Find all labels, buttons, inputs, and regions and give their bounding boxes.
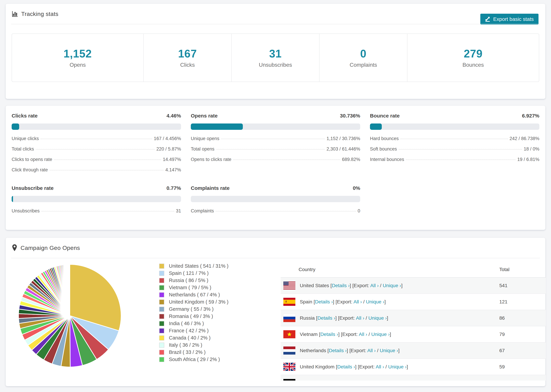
table-row-vn: Vietnam [Details ›] [Export: All › / Uni… (281, 326, 546, 343)
stat-line-label: Unique clicks (12, 136, 39, 141)
legend-swatch (159, 321, 164, 326)
export-all-link[interactable]: All › (361, 380, 369, 381)
rate-lines: Hard bounces242 / 86.738%Soft bounces18 … (370, 136, 539, 162)
slash-text: / (379, 283, 383, 288)
export-all-link[interactable]: All › (356, 315, 364, 321)
stat-line: Hard bounces242 / 86.738% (370, 136, 539, 141)
rate-head: Unsubscribe rate0.77% (12, 185, 181, 191)
bracket-close: ] (398, 348, 400, 353)
export-unique-link[interactable]: Unique › (383, 283, 401, 288)
stat-line: Total opens2,303 / 61.446% (191, 147, 360, 152)
flag-spain (281, 298, 300, 306)
country-cell: Spain [Details ›] [Export: All › / Uniqu… (300, 299, 499, 305)
stat-line-label: Hard bounces (370, 136, 399, 141)
stat-line-label: Click through rate (12, 167, 48, 173)
stat-label: Bounces (463, 62, 484, 68)
details-link[interactable]: Details › (315, 299, 333, 304)
legend-swatch (159, 350, 164, 355)
table-row-ru: Russia [Details ›] [Export: All › / Uniq… (281, 310, 546, 326)
stat-line-label: Soft bounces (370, 147, 397, 152)
country-name: Germany [ (300, 380, 323, 381)
table-body: United States [Details ›] [Export: All ›… (281, 278, 546, 381)
export-all-link[interactable]: All › (359, 331, 367, 337)
dotted-leader (216, 211, 356, 211)
stat-label: Unsubscribes (259, 62, 292, 68)
export-all-link[interactable]: All › (376, 364, 384, 369)
rate-block-complaints-rate: Complaints rate0%Complaints0 (191, 185, 360, 214)
legend-label: United Kingdom ( 59 / 3% ) (169, 299, 228, 305)
progress-bar (191, 124, 360, 130)
details-link[interactable]: Details › (332, 283, 350, 288)
dotted-leader (406, 160, 516, 160)
export-all-link[interactable]: All › (367, 348, 376, 353)
legend-item: Vietnam ( 79 / 5% ) (159, 285, 228, 290)
bracket-text: ] [Export: (338, 331, 359, 337)
bracket-close: ] (390, 331, 391, 337)
table-header-row: Country Total (281, 262, 546, 278)
country-cell: Germany [Details ›] [Export: All › / Uni… (300, 380, 499, 381)
table-row-de: Germany [Details ›] [Export: All › / Uni… (281, 375, 546, 381)
flag-united-kingdom (281, 363, 300, 371)
stat-line-value: 0 (358, 208, 360, 214)
stat-line: Unsubscribes31 (12, 208, 181, 214)
stat-label: Opens (70, 62, 86, 68)
progress-bar (12, 124, 181, 130)
stat-box-opens: 1,152Opens (12, 34, 143, 82)
export-unique-link[interactable]: Unique › (380, 348, 398, 353)
table-row-us: United States [Details ›] [Export: All ›… (281, 278, 546, 294)
export-all-link[interactable]: All › (370, 283, 379, 288)
rate-block-clicks-rate: Clicks rate4.46%Unique clicks167 / 4.456… (12, 113, 181, 173)
legend-swatch (159, 335, 164, 341)
export-all-link[interactable]: All › (353, 299, 362, 304)
stat-line-value: 689.82% (342, 157, 360, 162)
export-unique-link[interactable]: Unique › (366, 299, 384, 304)
legend-swatch (159, 328, 164, 333)
bracket-close: ] (384, 299, 386, 304)
export-unique-link[interactable]: Unique › (368, 315, 387, 321)
details-link[interactable]: Details › (323, 380, 340, 381)
export-unique-link[interactable]: Unique › (371, 331, 390, 337)
rate-lines: Complaints0 (191, 208, 360, 214)
rate-block-opens-rate: Opens rate30.736%Unique opens1,152 / 30.… (191, 113, 360, 173)
bracket-text: ] [Export: (347, 348, 367, 353)
stat-value: 31 (269, 47, 282, 60)
legend-item: France ( 42 / 2% ) (159, 328, 228, 333)
details-link[interactable]: Details › (337, 364, 355, 369)
legend-swatch (159, 264, 164, 269)
progress-bar-fill (12, 196, 13, 202)
export-basic-stats-button[interactable]: Export basic stats (480, 14, 538, 25)
bracket-text: ] [Export: (350, 283, 370, 288)
column-header-country: Country (281, 267, 499, 272)
total-cell: 79 (499, 331, 546, 337)
bracket-close: ] (392, 380, 393, 381)
details-link[interactable]: Details › (329, 348, 347, 353)
dotted-leader (50, 170, 164, 170)
geo-title: Campaign Geo Opens (21, 245, 80, 251)
legend-item: Romania ( 49 / 3% ) (159, 314, 228, 319)
rate-head: Clicks rate4.46% (12, 113, 181, 119)
legend-swatch (159, 285, 164, 290)
stat-boxes: 1,152Opens167Clicks31Unsubscribes0Compla… (12, 34, 539, 82)
slash-text: / (367, 331, 371, 337)
stat-line: Unique opens1,152 / 30.736% (191, 136, 360, 141)
stat-box-unsubscribes: 31Unsubscribes (231, 34, 319, 82)
rate-value: 0% (353, 185, 360, 191)
geo-header: Campaign Geo Opens (12, 238, 80, 258)
stat-value: 279 (464, 47, 483, 60)
progress-bar-fill (370, 124, 382, 130)
details-link[interactable]: Details › (318, 315, 335, 321)
legend-item: Spain ( 121 / 7% ) (159, 271, 228, 276)
export-unique-link[interactable]: Unique › (374, 380, 392, 381)
stat-line: Unique clicks167 / 4.456% (12, 136, 181, 141)
bracket-close: ] (401, 283, 403, 288)
export-unique-link[interactable]: Unique › (388, 364, 407, 369)
rate-head: Bounce rate6.927% (370, 113, 539, 119)
stat-line-label: Unsubscribes (12, 208, 40, 214)
slash-text: / (369, 380, 374, 381)
bracket-text: ] [Export: (335, 315, 356, 321)
page: { "accent_color": "#0f879e", "number_col… (0, 0, 551, 392)
details-link[interactable]: Details › (320, 331, 338, 337)
rate-title: Bounce rate (370, 113, 400, 119)
header-divider (11, 24, 540, 24)
rate-value: 0.77% (167, 185, 181, 191)
